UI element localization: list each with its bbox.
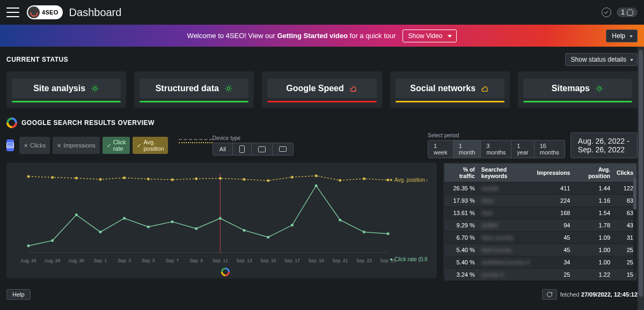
svg-text:Sep. 25: Sep. 25 [380, 258, 396, 263]
svg-point-25 [123, 217, 126, 220]
welcome-bold: Getting Started video [277, 32, 347, 40]
svg-text:Sep. 17: Sep. 17 [284, 258, 301, 263]
table-row[interactable]: 17.93 %4seo2241.1683 [444, 195, 636, 207]
chip-avg-position-label: Avg. position [143, 139, 164, 152]
svg-point-27 [171, 220, 174, 223]
table-row[interactable]: 9.29 %sh404941.7843 [444, 219, 636, 232]
page-scrollbar[interactable] [638, 47, 644, 310]
card-title: Google Speed [286, 84, 344, 93]
svg-point-0 [93, 87, 96, 90]
table-row[interactable]: 5.40 %sh404sef joomla 4341.0025 [444, 256, 636, 269]
period-button[interactable]: 3 months [481, 141, 511, 158]
status-cards: Site analysisStructured dataGoogle Speed… [6, 71, 638, 108]
google-marker-icon [221, 268, 230, 276]
svg-point-31 [267, 236, 269, 239]
table-scrollbar[interactable] [633, 178, 636, 273]
card-title: Site analysis [33, 84, 85, 93]
svg-point-11 [171, 179, 174, 181]
svg-point-9 [123, 176, 126, 179]
svg-point-35 [363, 231, 365, 233]
line-chart: Aug. 26Aug. 28Aug. 30Sep. 1Sep. 3Sep. 5S… [16, 169, 427, 265]
notification-count: 1 [621, 9, 625, 16]
chip-click-rate[interactable]: Click rate [103, 137, 130, 154]
svg-point-24 [99, 231, 102, 233]
device-type-buttons: All [213, 143, 294, 156]
status-card[interactable]: Social networks [390, 71, 510, 108]
chip-avg-position[interactable]: Avg. position [133, 137, 168, 154]
table-header[interactable]: Searched keywords [478, 164, 534, 182]
notification-pill[interactable]: 1 [617, 8, 638, 17]
period-buttons: 1 week1 month3 months1 year16 months [428, 140, 565, 158]
check-circle-icon[interactable] [602, 8, 611, 17]
svg-point-10 [147, 178, 150, 180]
svg-point-23 [75, 213, 78, 216]
status-card[interactable]: Sitemaps [518, 71, 638, 108]
footer-help-button[interactable]: Help [6, 289, 31, 300]
select-period-label: Select period [428, 132, 565, 138]
svg-point-34 [339, 219, 341, 222]
svg-point-7 [75, 177, 78, 180]
chip-click-rate-label: Click rate [113, 139, 126, 152]
svg-text:Avg. position (62.64): Avg. position (62.64) [394, 177, 427, 183]
svg-text:Sep. 23: Sep. 23 [356, 258, 372, 263]
desktop-icon [258, 146, 266, 152]
svg-text:Aug. 30: Aug. 30 [69, 258, 85, 263]
menu-icon[interactable] [6, 8, 19, 17]
legend-line-samples [179, 139, 212, 144]
table-row[interactable]: 3.24 %joomla 4251.2215 [444, 269, 636, 281]
brand-logo[interactable]: 4SEO [27, 5, 63, 19]
footer: Help fetched 27/09/2022, 12:45:12 [0, 285, 644, 304]
svg-point-17 [315, 174, 318, 177]
status-card[interactable]: Google Speed [262, 71, 382, 108]
chip-clicks[interactable]: ✕Clicks [19, 137, 50, 154]
table-row[interactable]: 6.70 %4seo joomla451.0931 [444, 232, 636, 244]
date-range-chip[interactable]: Aug. 26, 2022 - Sep. 26, 2022 [570, 132, 638, 158]
welcome-prefix: Welcome to 4SEO! View our [187, 32, 277, 40]
chip-impressions[interactable]: ✕Impressions [53, 137, 99, 154]
svg-point-26 [147, 226, 150, 228]
chart-panel: Aug. 26Aug. 28Aug. 30Sep. 1Sep. 3Sep. 5S… [6, 163, 437, 278]
period-button[interactable]: 16 months [535, 141, 565, 158]
status-card[interactable]: Structured data [134, 71, 254, 108]
svg-point-12 [195, 178, 197, 180]
period-button[interactable]: 1 year [511, 141, 534, 158]
svg-point-53 [390, 179, 392, 181]
svg-point-36 [387, 232, 390, 235]
svg-text:Sep. 9: Sep. 9 [189, 258, 203, 263]
table-view-toggle[interactable] [6, 139, 14, 151]
device-mobile-button[interactable] [233, 143, 252, 155]
welcome-suffix: for a quick tour [348, 32, 396, 40]
period-button[interactable]: 1 month [453, 141, 481, 158]
table-row[interactable]: 26.35 %weeblr4111.44122 [444, 182, 636, 195]
table-row[interactable]: 5.40 %4sef joomla451.0025 [444, 244, 636, 256]
device-tablet-button[interactable] [273, 143, 293, 155]
table-row[interactable]: 13.61 %4sef1681.5463 [444, 207, 636, 219]
sun-icon [595, 84, 604, 93]
keywords-table: % of trafficSearched keywordsImpressions… [444, 164, 636, 281]
welcome-banner: Welcome to 4SEO! View our Getting Starte… [0, 25, 644, 47]
refresh-button[interactable] [542, 289, 557, 300]
google-icon [6, 117, 17, 128]
table-header[interactable]: Impressions [534, 164, 574, 182]
svg-point-55 [390, 259, 392, 261]
svg-text:Aug. 26: Aug. 26 [20, 258, 36, 263]
svg-point-5 [27, 175, 30, 178]
table-header[interactable]: % of traffic [444, 164, 478, 182]
status-card[interactable]: Site analysis [6, 71, 126, 108]
svg-point-20 [387, 179, 390, 181]
svg-text:Sep. 1: Sep. 1 [94, 258, 107, 263]
card-title: Social networks [410, 84, 475, 93]
help-button[interactable]: Help [606, 29, 638, 42]
svg-point-32 [291, 224, 294, 226]
svg-text:Sep. 7: Sep. 7 [166, 258, 179, 263]
svg-point-19 [363, 178, 365, 180]
show-status-details-button[interactable]: Show status details [565, 53, 638, 66]
rain-icon [349, 84, 358, 93]
cloud-icon [481, 84, 489, 93]
mobile-icon [239, 145, 245, 153]
period-button[interactable]: 1 week [428, 141, 453, 158]
table-header[interactable]: Avg. position [573, 164, 613, 182]
device-all-button[interactable]: All [213, 143, 233, 155]
device-desktop-button[interactable] [252, 143, 273, 155]
show-video-button[interactable]: Show Video [402, 29, 457, 42]
